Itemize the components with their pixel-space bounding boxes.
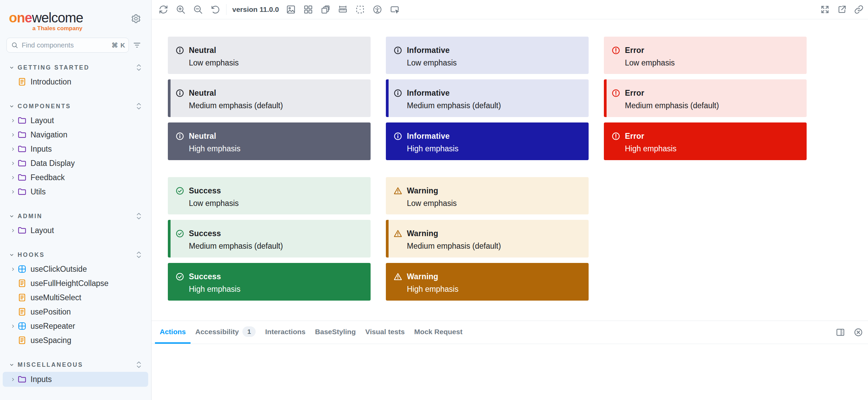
sidebar-section: MISCELLANEOUSInputs bbox=[0, 358, 151, 387]
sidebar: onewelcome a Thales company ⌘ K GETTING … bbox=[0, 0, 152, 400]
warning-icon bbox=[393, 272, 402, 281]
alert-description: Low emphasis bbox=[189, 198, 239, 208]
tab-visual-tests[interactable]: Visual tests bbox=[360, 321, 409, 344]
zoom-reset-icon[interactable] bbox=[210, 4, 220, 15]
sidebar-nav: GETTING STARTEDIntroductionCOMPONENTSLay… bbox=[0, 60, 151, 387]
alert-informative-high: InformativeHigh emphasis bbox=[386, 122, 589, 160]
sidebar-section-header-admin[interactable]: ADMIN bbox=[0, 209, 151, 223]
alert-text: NeutralLow emphasis bbox=[189, 45, 239, 68]
info-icon bbox=[175, 89, 184, 98]
zoom-out-icon[interactable] bbox=[193, 4, 203, 15]
alert-error-low: ErrorLow emphasis bbox=[604, 37, 807, 74]
stacked-copies-icon[interactable] bbox=[320, 4, 331, 15]
sidebar-item-useclickoutside[interactable]: useClickOutside bbox=[0, 262, 151, 276]
sidebar-section-header-hooks[interactable]: HOOKS bbox=[0, 248, 151, 262]
fullscreen-icon[interactable] bbox=[820, 4, 830, 15]
alert-text: InformativeMedium emphasis (default) bbox=[407, 88, 501, 111]
expand-collapse-icon[interactable] bbox=[136, 361, 142, 369]
tab-actions[interactable]: Actions bbox=[155, 321, 191, 344]
alert-title: Informative bbox=[407, 131, 458, 141]
alert-text: InformativeLow emphasis bbox=[407, 45, 457, 68]
search-input[interactable] bbox=[22, 41, 112, 49]
tab-accessibility[interactable]: Accessibility1 bbox=[191, 321, 260, 344]
info-icon bbox=[393, 132, 402, 141]
alert-description: Low emphasis bbox=[625, 58, 675, 68]
alert-description: High emphasis bbox=[189, 284, 240, 294]
ruler-icon[interactable] bbox=[338, 4, 348, 15]
sidebar-item-utils[interactable]: Utils bbox=[0, 185, 151, 199]
chevron-down-icon bbox=[9, 65, 14, 70]
alert-description: High emphasis bbox=[407, 284, 458, 294]
sidebar-item-layout[interactable]: Layout bbox=[0, 113, 151, 128]
sidebar-item-useposition[interactable]: usePosition bbox=[0, 305, 151, 319]
sidebar-item-label: Introduction bbox=[31, 77, 71, 87]
sidebar-item-inputs[interactable]: Inputs bbox=[0, 142, 151, 156]
doc-icon bbox=[18, 293, 26, 302]
tab-basestyling[interactable]: BaseStyling bbox=[310, 321, 360, 344]
search-box[interactable]: ⌘ K bbox=[6, 38, 129, 53]
section-title: MISCELLANEOUS bbox=[18, 361, 83, 368]
sidebar-item-label: Inputs bbox=[31, 145, 52, 154]
zoom-in-icon[interactable] bbox=[176, 4, 186, 15]
sidebar-item-label: Feedback bbox=[31, 173, 65, 182]
alert-description: Low emphasis bbox=[189, 58, 239, 68]
sidebar-item-label: useSpacing bbox=[31, 336, 71, 345]
doc-icon bbox=[18, 307, 26, 316]
sidebar-item-usemultiselect[interactable]: useMultiSelect bbox=[0, 290, 151, 305]
tab-interactions[interactable]: Interactions bbox=[260, 321, 310, 344]
addon-tabs: ActionsAccessibility1InteractionsBaseSty… bbox=[152, 321, 868, 344]
gear-icon[interactable] bbox=[131, 14, 141, 24]
sidebar-section-header-getting-started[interactable]: GETTING STARTED bbox=[0, 60, 151, 75]
outline-icon[interactable] bbox=[355, 4, 365, 15]
background-image-icon[interactable] bbox=[286, 4, 296, 15]
panel-position-icon[interactable] bbox=[835, 327, 845, 337]
sidebar-item-label: useRepeater bbox=[31, 322, 75, 331]
sidebar-item-layout[interactable]: Layout bbox=[0, 223, 151, 237]
remount-icon[interactable] bbox=[158, 4, 169, 15]
toolbar-right-group bbox=[820, 4, 864, 15]
chevron-right-icon bbox=[11, 189, 18, 194]
info-icon bbox=[175, 46, 184, 55]
tab-label: Visual tests bbox=[365, 328, 405, 336]
version-label[interactable]: version 11.0.0 bbox=[232, 5, 279, 14]
expand-collapse-icon[interactable] bbox=[136, 212, 142, 220]
tab-label: Actions bbox=[160, 328, 186, 336]
alert-group: SuccessLow emphasisSuccessMedium emphasi… bbox=[168, 177, 868, 301]
sidebar-item-usefullheightcollapse[interactable]: useFullHeightCollapse bbox=[0, 276, 151, 290]
sidebar-item-introduction[interactable]: Introduction bbox=[0, 75, 151, 89]
alert-description: Low emphasis bbox=[407, 198, 457, 208]
cursor-apply-icon[interactable] bbox=[390, 4, 400, 15]
alert-neutral-low: NeutralLow emphasis bbox=[168, 37, 371, 74]
expand-collapse-icon[interactable] bbox=[136, 63, 142, 72]
sidebar-section-header-miscellaneous[interactable]: MISCELLANEOUS bbox=[0, 358, 151, 372]
expand-collapse-icon[interactable] bbox=[136, 102, 142, 110]
info-icon bbox=[393, 46, 402, 55]
sidebar-item-navigation[interactable]: Navigation bbox=[0, 128, 151, 142]
chevron-right-icon bbox=[11, 228, 18, 233]
open-external-icon[interactable] bbox=[837, 4, 847, 15]
sidebar-item-label: useFullHeightCollapse bbox=[31, 279, 108, 288]
tab-mock-request[interactable]: Mock Request bbox=[410, 321, 467, 344]
sidebar-item-userepeater[interactable]: useRepeater bbox=[0, 319, 151, 333]
success-icon bbox=[175, 229, 184, 238]
chevron-down-icon bbox=[9, 214, 14, 219]
accessibility-icon[interactable] bbox=[372, 4, 382, 15]
sidebar-section-header-components[interactable]: COMPONENTS bbox=[0, 99, 151, 113]
toolbar-addon-group bbox=[286, 4, 400, 15]
folder-icon bbox=[18, 116, 26, 125]
filter-icon[interactable] bbox=[133, 41, 141, 50]
expand-collapse-icon[interactable] bbox=[136, 251, 142, 259]
folder-icon bbox=[18, 159, 26, 168]
close-panel-icon[interactable] bbox=[853, 327, 863, 337]
sidebar-item-feedback[interactable]: Feedback bbox=[0, 170, 151, 185]
alert-title: Error bbox=[625, 88, 719, 98]
sidebar-item-data-display[interactable]: Data Display bbox=[0, 156, 151, 170]
storybook-app: onewelcome a Thales company ⌘ K GETTING … bbox=[0, 0, 868, 400]
link-icon[interactable] bbox=[854, 4, 864, 15]
sidebar-item-inputs[interactable]: Inputs bbox=[3, 372, 148, 387]
sidebar-section: ADMINLayout bbox=[0, 209, 151, 237]
grid-icon[interactable] bbox=[303, 4, 313, 15]
sidebar-item-usespacing[interactable]: useSpacing bbox=[0, 333, 151, 347]
toolbar-left-group bbox=[158, 4, 220, 15]
section-title: HOOKS bbox=[18, 251, 45, 259]
